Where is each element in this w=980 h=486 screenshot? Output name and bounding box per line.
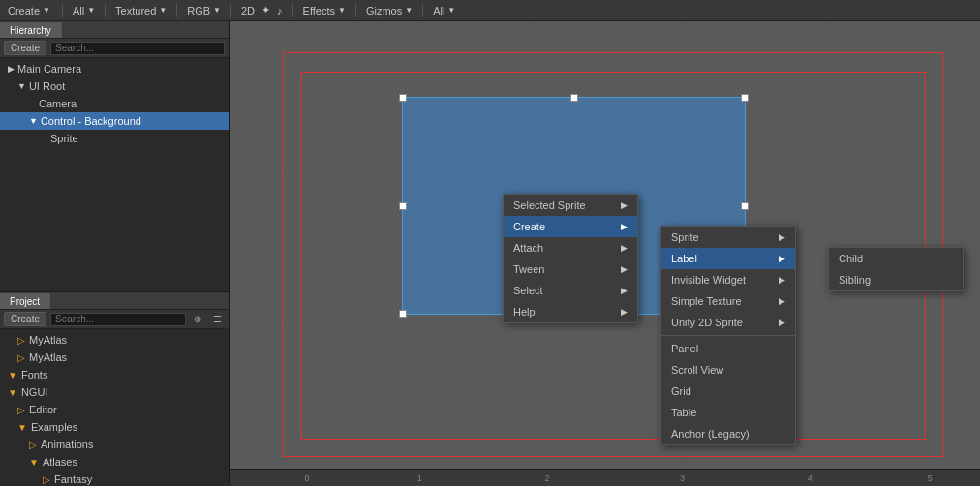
hierarchy-toolbar: Create xyxy=(0,39,229,58)
ruler-mark-2: 2 xyxy=(545,473,550,483)
project-create-button[interactable]: Create xyxy=(4,312,46,326)
project-items: ▷ MyAtlas ▷ MyAtlas ▼ Fonts ▼ NGUI ▷ Edi… xyxy=(0,329,229,486)
proj-item-myatlas-2[interactable]: ▷ MyAtlas xyxy=(0,349,229,366)
arrow-icon: ▶ xyxy=(621,222,628,231)
folder-icon: ▷ xyxy=(17,352,25,363)
arrow-icon: ▶ xyxy=(779,275,785,285)
ctx-simple-texture[interactable]: Simple Texture ▶ xyxy=(661,290,795,312)
audio-icon: ♪ xyxy=(277,5,283,16)
gizmos-dropdown[interactable]: Gizmos ▼ xyxy=(360,3,418,18)
ctx-panel[interactable]: Panel xyxy=(661,338,795,359)
toolbar-separator-2 xyxy=(105,4,106,17)
ruler-bottom: 0 1 2 3 4 5 xyxy=(230,469,980,486)
hierarchy-item-ui-root[interactable]: ▼ UI Root xyxy=(0,77,229,95)
handle-bottom-left[interactable] xyxy=(399,310,407,318)
toolbar-separator-3 xyxy=(176,4,177,17)
ruler-mark-5: 5 xyxy=(928,473,933,483)
context-menu-label: Child Sibling xyxy=(828,247,964,291)
hierarchy-item-main-camera[interactable]: ▶ Main Camera xyxy=(0,60,229,77)
expand-icon: ▶ xyxy=(8,64,15,74)
folder-open-icon: ▼ xyxy=(8,370,17,380)
effects-dropdown[interactable]: Effects ▼ xyxy=(297,3,352,18)
all-chevron-icon: ▼ xyxy=(87,6,95,15)
proj-item-ngui[interactable]: ▼ NGUI xyxy=(0,383,229,401)
arrow-icon: ▶ xyxy=(621,200,628,210)
ctx-tween[interactable]: Tween ▶ xyxy=(504,258,637,280)
ctx-child[interactable]: Child xyxy=(829,248,963,269)
ctx-select[interactable]: Select ▶ xyxy=(504,280,637,301)
ctx-table[interactable]: Table xyxy=(661,402,795,423)
textured-dropdown[interactable]: Textured ▼ xyxy=(109,3,172,18)
ctx-invisible-widget[interactable]: Invisible Widget ▶ xyxy=(661,269,795,290)
folder-icon: ▷ xyxy=(17,335,25,346)
arrow-icon: ▶ xyxy=(621,286,628,295)
toolbar-separator-7 xyxy=(422,4,423,17)
proj-item-atlases[interactable]: ▼ Atlases xyxy=(0,453,229,471)
twod-dropdown[interactable]: 2D ✦ ♪ xyxy=(235,2,289,18)
hierarchy-items: ▶ Main Camera ▼ UI Root Camera ▼ Control… xyxy=(0,58,229,149)
hierarchy-item-sprite[interactable]: Sprite xyxy=(0,130,229,147)
project-tab[interactable]: Project xyxy=(0,293,50,309)
toolbar-separator-4 xyxy=(230,4,231,17)
ctx-sprite[interactable]: Sprite ▶ xyxy=(661,227,795,248)
ctx-help[interactable]: Help ▶ xyxy=(504,301,637,322)
ctx-create[interactable]: Create ▶ xyxy=(504,216,637,237)
folder-open-icon: ▼ xyxy=(17,422,27,433)
hierarchy-create-button[interactable]: Create xyxy=(4,41,46,55)
ctx-attach[interactable]: Attach ▶ xyxy=(504,237,637,258)
hierarchy-tab[interactable]: Hierarchy xyxy=(0,22,62,38)
create-button[interactable]: Create ▼ xyxy=(0,3,58,18)
textured-chevron-icon: ▼ xyxy=(159,6,167,15)
proj-item-fantasy[interactable]: ▷ Fantasy xyxy=(0,471,229,486)
project-icon-btn-1[interactable]: ⊕ xyxy=(190,312,205,327)
hierarchy-item-control-background[interactable]: ▼ Control - Background xyxy=(0,112,229,130)
hierarchy-item-camera[interactable]: Camera xyxy=(0,95,229,112)
toolbar-separator-1 xyxy=(62,4,63,17)
top-toolbar: Create ▼ All ▼ Textured ▼ RGB ▼ 2D ✦ ♪ E… xyxy=(0,0,980,21)
all-dropdown[interactable]: All ▼ xyxy=(67,3,101,18)
folder-icon: ▷ xyxy=(29,440,37,450)
ctx-scroll-view[interactable]: Scroll View xyxy=(661,359,795,380)
handle-middle-right[interactable] xyxy=(741,202,749,210)
handle-top-middle[interactable] xyxy=(570,94,578,102)
ctx-sibling[interactable]: Sibling xyxy=(829,269,963,290)
toolbar-separator-5 xyxy=(292,4,293,17)
handle-top-left[interactable] xyxy=(399,94,407,102)
ctx-anchor-legacy[interactable]: Anchor (Legacy) xyxy=(661,423,795,444)
folder-icon: ▷ xyxy=(43,474,50,485)
folder-icon: ▼ xyxy=(8,387,17,398)
handle-top-right[interactable] xyxy=(741,94,749,102)
all2-chevron-icon: ▼ xyxy=(447,6,455,15)
context-menu-create: Sprite ▶ Label ▶ Invisible Widget ▶ Simp… xyxy=(660,226,796,445)
ctx-unity-2d-sprite[interactable]: Unity 2D Sprite ▶ xyxy=(661,312,795,333)
ctx-selected-sprite[interactable]: Selected Sprite ▶ xyxy=(504,195,637,216)
project-panel: Project Create ⊕ ☰ ▷ MyAtlas ▷ MyAtlas ▼… xyxy=(0,292,230,486)
folder-open-icon: ▼ xyxy=(29,457,39,468)
ruler-mark-1: 1 xyxy=(417,473,422,483)
arrow-icon: ▶ xyxy=(621,307,628,317)
arrow-icon: ▶ xyxy=(779,296,785,306)
ctx-label[interactable]: Label ▶ xyxy=(661,248,795,269)
proj-item-animations[interactable]: ▷ Animations xyxy=(0,436,229,453)
all2-dropdown[interactable]: All ▼ xyxy=(427,3,461,18)
project-tab-bar: Project xyxy=(0,292,229,310)
arrow-icon: ▶ xyxy=(779,318,785,327)
proj-item-fonts[interactable]: ▼ Fonts xyxy=(0,366,229,383)
context-menu-main: Selected Sprite ▶ Create ▶ Attach ▶ Twee… xyxy=(503,194,638,323)
hierarchy-panel: Hierarchy Create ▶ Main Camera ▼ UI Root… xyxy=(0,21,230,292)
expand-icon: ▼ xyxy=(29,116,38,126)
project-search-input[interactable] xyxy=(50,313,186,326)
proj-item-examples[interactable]: ▼ Examples xyxy=(0,418,229,436)
proj-item-myatlas-1[interactable]: ▷ MyAtlas xyxy=(0,331,229,349)
expand-icon: ▼ xyxy=(17,81,26,91)
handle-middle-left[interactable] xyxy=(399,202,407,210)
hierarchy-search-input[interactable] xyxy=(50,42,225,55)
proj-item-editor[interactable]: ▷ Editor xyxy=(0,401,229,418)
create-chevron-icon: ▼ xyxy=(43,6,50,15)
ruler-mark-3: 3 xyxy=(680,473,685,483)
ctx-grid[interactable]: Grid xyxy=(661,380,795,402)
project-icon-btn-2[interactable]: ☰ xyxy=(209,312,225,327)
project-toolbar: Create ⊕ ☰ xyxy=(0,310,229,329)
rgb-dropdown[interactable]: RGB ▼ xyxy=(181,3,227,18)
twod-icon: ✦ xyxy=(261,4,270,16)
